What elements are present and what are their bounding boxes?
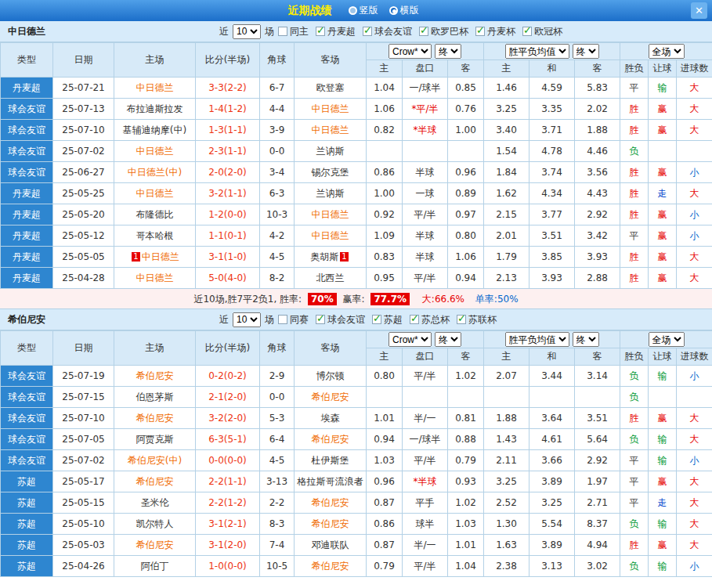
home-team-cell[interactable]: 希伯尼安 (114, 535, 196, 556)
away-team-name[interactable]: 中日德兰 (312, 124, 349, 135)
away-team-cell[interactable]: 中日德兰 (295, 99, 367, 120)
home-team-name[interactable]: 基辅迪纳摩(中) (123, 124, 186, 135)
home-team-name[interactable]: 阿贾克斯 (136, 434, 174, 445)
score-cell[interactable]: 5-0(4-0) (196, 268, 260, 289)
away-team-cell[interactable]: 格拉斯哥流浪者 (295, 471, 367, 492)
home-team-cell[interactable]: 中日德兰 (114, 78, 196, 99)
home-team-cell[interactable]: 基辅迪纳摩(中) (114, 120, 196, 141)
close-icon[interactable]: ✕ (691, 2, 707, 19)
avg-final-select[interactable]: 终 (573, 44, 599, 59)
home-team-cell[interactable]: 1中日德兰 (114, 247, 196, 268)
home-team-cell[interactable]: 中日德兰(中) (114, 162, 196, 183)
away-team-cell[interactable]: 希伯尼安 (295, 429, 367, 450)
score-cell[interactable]: 3-1(2-1) (196, 514, 260, 535)
home-team-cell[interactable]: 圣米伦 (114, 492, 196, 514)
away-team-name[interactable]: 希伯尼安 (312, 518, 349, 529)
score-cell[interactable]: 2-1(2-0) (196, 387, 260, 408)
away-team-name[interactable]: 兰讷斯 (316, 146, 345, 157)
home-team-name[interactable]: 伯恩茅斯 (136, 391, 174, 402)
away-team-name[interactable]: 中日德兰 (312, 209, 349, 220)
away-team-name[interactable]: 希伯尼安 (312, 497, 349, 508)
away-team-cell[interactable]: 中日德兰 (295, 120, 367, 141)
away-team-cell[interactable]: 北西兰 (295, 268, 367, 289)
home-team-cell[interactable]: 中日德兰 (114, 268, 196, 289)
view-option-vertical[interactable]: 竖版 (349, 4, 378, 17)
filter-checkbox[interactable]: 丹麦超 (316, 25, 356, 38)
home-team-name[interactable]: 希伯尼安 (136, 370, 174, 381)
avg-metric-select[interactable]: 胜平负均值 (505, 332, 569, 347)
filter-checkbox[interactable]: 欧冠杯 (522, 25, 562, 38)
score-cell[interactable]: 2-2(1-1) (196, 471, 260, 492)
away-team-name[interactable]: 格拉斯哥流浪者 (298, 476, 363, 487)
radio-icon[interactable] (389, 6, 398, 15)
checkbox-icon[interactable] (419, 27, 428, 36)
away-team-cell[interactable]: 兰讷斯 (295, 183, 367, 204)
fulltime-scope-select[interactable]: 全场 (649, 44, 685, 59)
score-cell[interactable]: 0-2(0-2) (196, 366, 260, 387)
score-cell[interactable]: 1-3(1-1) (196, 120, 260, 141)
home-team-cell[interactable]: 伯恩茅斯 (114, 387, 196, 408)
away-team-name[interactable]: 杜伊斯堡 (312, 455, 349, 466)
home-team-cell[interactable]: 中日德兰 (114, 141, 196, 162)
away-team-name[interactable]: 奥胡斯 (310, 251, 338, 262)
home-team-name[interactable]: 中日德兰 (142, 251, 179, 262)
score-cell[interactable]: 3-1(1-0) (196, 247, 260, 268)
away-team-name[interactable]: 博尔顿 (316, 370, 345, 381)
score-cell[interactable]: 3-3(2-2) (196, 78, 260, 99)
home-team-name[interactable]: 中日德兰 (136, 272, 174, 283)
filter-checkbox[interactable]: 同赛 (278, 313, 309, 326)
home-team-cell[interactable]: 阿贾克斯 (114, 429, 196, 450)
away-team-cell[interactable]: 希伯尼安 (295, 387, 367, 408)
checkbox-icon[interactable] (363, 27, 372, 36)
checkbox-icon[interactable] (278, 315, 287, 324)
recent-count-select[interactable]: 10 (233, 24, 261, 39)
checkbox-icon[interactable] (410, 315, 419, 324)
away-team-cell[interactable]: 中日德兰 (295, 204, 367, 225)
view-option-horizontal[interactable]: 横版 (389, 4, 419, 17)
away-team-name[interactable]: 锡尔克堡 (312, 167, 349, 178)
score-cell[interactable]: 2-2(1-2) (196, 492, 260, 514)
away-team-name[interactable]: 希伯尼安 (312, 434, 349, 445)
away-team-name[interactable]: 中日德兰 (312, 103, 349, 114)
checkbox-icon[interactable] (316, 27, 325, 36)
away-team-cell[interactable]: 希伯尼安 (295, 556, 367, 577)
home-team-cell[interactable]: 布隆德比 (114, 204, 196, 225)
radio-icon[interactable] (349, 6, 357, 15)
away-team-cell[interactable]: 博尔顿 (295, 366, 367, 387)
score-cell[interactable]: 1-1(0-1) (196, 225, 260, 247)
score-cell[interactable]: 3-1(2-0) (196, 535, 260, 556)
home-team-name[interactable]: 布隆德比 (136, 209, 174, 220)
away-team-cell[interactable]: 埃森 (295, 408, 367, 429)
home-team-name[interactable]: 中日德兰 (136, 188, 174, 199)
filter-checkbox[interactable]: 欧罗巴杯 (419, 25, 468, 38)
home-team-name[interactable]: 哥本哈根 (136, 230, 174, 241)
away-team-name[interactable]: 希伯尼安 (312, 561, 349, 572)
home-team-name[interactable]: 希伯尼安 (136, 413, 174, 424)
filter-checkbox[interactable]: 苏总杯 (410, 313, 450, 326)
home-team-name[interactable]: 中日德兰 (136, 82, 174, 93)
away-team-cell[interactable]: 杜伊斯堡 (295, 450, 367, 471)
away-team-cell[interactable]: 兰讷斯 (295, 141, 367, 162)
away-team-name[interactable]: 欧登塞 (316, 82, 345, 93)
away-team-cell[interactable]: 邓迪联队 (295, 535, 367, 556)
odds-company-select[interactable]: Crow* (389, 44, 432, 59)
home-team-cell[interactable]: 希伯尼安 (114, 471, 196, 492)
away-team-cell[interactable]: 锡尔克堡 (295, 162, 367, 183)
home-team-name[interactable]: 阿伯丁 (141, 561, 169, 572)
away-team-cell[interactable]: 中日德兰 (295, 225, 367, 247)
checkbox-icon[interactable] (372, 315, 381, 324)
checkbox-icon[interactable] (457, 315, 466, 324)
away-team-name[interactable]: 埃森 (321, 413, 340, 424)
fulltime-scope-select[interactable]: 全场 (649, 332, 685, 347)
score-cell[interactable]: 3-2(1-1) (196, 183, 260, 204)
home-team-name[interactable]: 希伯尼安(中) (128, 455, 182, 466)
home-team-name[interactable]: 布拉迪斯拉发 (127, 103, 183, 114)
away-team-name[interactable]: 兰讷斯 (316, 188, 345, 199)
home-team-cell[interactable]: 布拉迪斯拉发 (114, 99, 196, 120)
score-cell[interactable]: 0-0(0-0) (196, 450, 260, 471)
home-team-cell[interactable]: 阿伯丁 (114, 556, 196, 577)
checkbox-icon[interactable] (522, 27, 532, 36)
score-cell[interactable]: 1-4(1-2) (196, 99, 260, 120)
filter-checkbox[interactable]: 苏超 (372, 313, 403, 326)
score-cell[interactable]: 3-2(2-0) (196, 408, 260, 429)
